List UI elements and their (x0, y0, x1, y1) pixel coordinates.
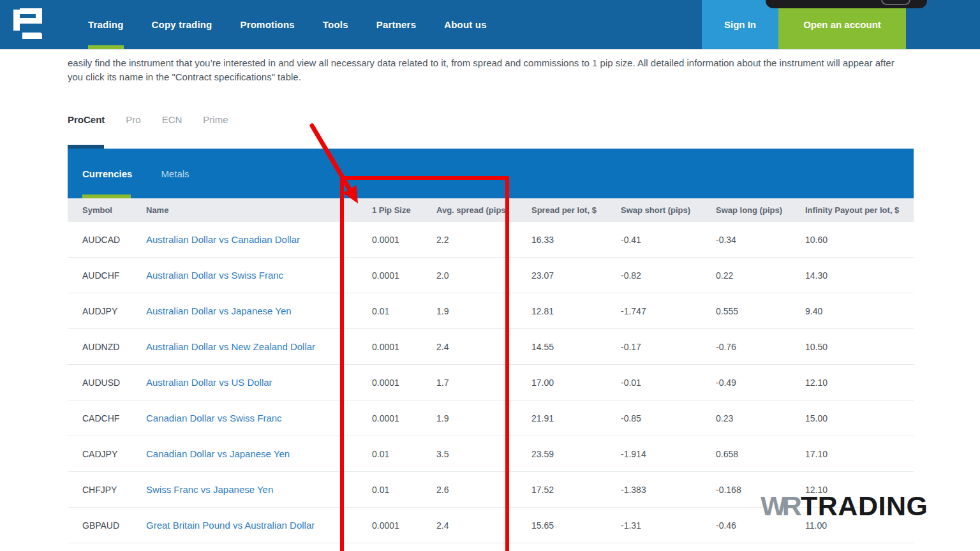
cell: 0.555 (716, 306, 805, 316)
contract-specifications-table: CurrenciesMetals SymbolName1 Pip SizeAvg… (68, 145, 914, 543)
logo-icon (13, 8, 43, 41)
instrument-link[interactable]: Australian Dollar vs Japanese Yen (146, 305, 292, 316)
cell: 2.4 (436, 520, 531, 531)
instrument-link[interactable]: Australian Dollar vs US Dollar (146, 377, 272, 388)
cell: -0.76 (716, 342, 805, 352)
intro-paragraph: easily find the instrument that you’re i… (68, 56, 905, 84)
nav-item-tools[interactable]: Tools (309, 0, 362, 49)
nav-item-promotions[interactable]: Promotions (226, 0, 308, 49)
cell-name: Australian Dollar vs US Dollar (146, 377, 372, 388)
instrument-link[interactable]: Australian Dollar vs New Zealand Dollar (146, 341, 315, 352)
instrument-link[interactable]: Australian Dollar vs Canadian Dollar (146, 234, 300, 245)
overlay-pill-icon (881, 0, 910, 5)
instrument-link[interactable]: Swiss Franc vs Japanese Yen (146, 484, 273, 495)
cell: 3.5 (436, 449, 531, 459)
instrument-tab-currencies[interactable]: Currencies (82, 149, 132, 198)
cell: -0.85 (621, 413, 716, 423)
cell: 0.0001 (372, 520, 436, 531)
cell: 0.01 (372, 485, 436, 495)
instrument-link[interactable]: Canadian Dollar vs Swiss Franc (146, 413, 282, 423)
main-nav: TradingCopy tradingPromotionsToolsPartne… (74, 0, 501, 49)
sign-in-button[interactable]: Sign In (702, 0, 778, 49)
cell: 2.2 (436, 235, 531, 245)
cell: -0.82 (621, 270, 716, 281)
cell: 14.30 (805, 270, 914, 281)
nav-item-copy-trading[interactable]: Copy trading (138, 0, 226, 49)
cell: 2.6 (436, 485, 531, 495)
cell: -0.168 (716, 485, 805, 495)
cell: -0.49 (716, 378, 805, 388)
cell: 2.0 (436, 270, 531, 281)
cell: -1.914 (621, 449, 716, 459)
cell: 23.07 (531, 270, 621, 281)
cell: AUDCHF (82, 270, 146, 281)
nav-spacer (501, 0, 702, 49)
nav-item-trading[interactable]: Trading (74, 0, 138, 49)
table-row: AUDNZDAustralian Dollar vs New Zealand D… (68, 329, 914, 365)
column-header-1-pip-size: 1 Pip Size (372, 205, 436, 215)
instrument-tab-metals[interactable]: Metals (161, 149, 189, 198)
instrument-link[interactable]: Great Britain Pound vs Australian Dollar (146, 520, 315, 531)
table-header-row: SymbolName1 Pip SizeAvg. spread (pips)Sp… (68, 198, 914, 222)
account-tab-procent[interactable]: ProCent (68, 114, 105, 125)
cell: AUDNZD (82, 342, 146, 352)
cell: 17.10 (805, 449, 914, 459)
cell: 11.00 (805, 520, 914, 531)
cell: 0.22 (716, 270, 805, 281)
column-header-spread-per-lot-: Spread per lot, $ (531, 205, 621, 215)
account-tab-ecn[interactable]: ECN (162, 114, 182, 125)
cell: 9.40 (805, 306, 914, 316)
cell: 2.4 (436, 342, 531, 352)
cell: 1.9 (436, 413, 531, 423)
instrument-link[interactable]: Australian Dollar vs Swiss Franc (146, 270, 283, 281)
cell: 15.65 (531, 520, 621, 531)
cell: CADJPY (82, 449, 146, 459)
cell: 0.01 (372, 449, 436, 459)
instrument-link[interactable]: Canadian Dollar vs Japanese Yen (146, 448, 290, 459)
screen-overlay-bar (766, 0, 927, 8)
cell: -0.01 (621, 378, 716, 388)
cell: 15.00 (805, 413, 914, 423)
cell: 0.0001 (372, 235, 436, 245)
nav-item-about-us[interactable]: About us (430, 0, 501, 49)
cell: 17.52 (531, 485, 621, 495)
roboforex-logo[interactable] (0, 0, 56, 49)
cell: 14.55 (531, 342, 621, 352)
cell: -0.17 (621, 342, 716, 352)
account-tab-pro[interactable]: Pro (126, 114, 140, 125)
cell: 21.91 (531, 413, 621, 423)
nav-item-partners[interactable]: Partners (362, 0, 430, 49)
cell: 17.00 (531, 378, 621, 388)
column-header-swap-long-pips-: Swap long (pips) (716, 205, 805, 215)
instrument-tabs: CurrenciesMetals (68, 149, 914, 198)
cell: AUDCAD (82, 235, 146, 245)
cell: AUDUSD (82, 378, 146, 388)
cell: 0.0001 (372, 270, 436, 281)
cell: -1.747 (621, 306, 716, 316)
account-type-tabs: ProCentProECNPrime (68, 114, 914, 125)
cell-name: Australian Dollar vs New Zealand Dollar (146, 341, 372, 352)
cell: 1.9 (436, 306, 531, 316)
cell: 0.23 (716, 413, 805, 423)
cell: 10.50 (805, 342, 914, 352)
cell: 23.59 (531, 449, 621, 459)
cell-name: Canadian Dollar vs Japanese Yen (146, 448, 372, 459)
main-content: easily find the instrument that you’re i… (0, 56, 980, 543)
column-header-infinity-payout-per-lot-: Infinity Payout per lot, $ (805, 205, 914, 215)
cell: 0.658 (716, 449, 805, 459)
column-header-swap-short-pips-: Swap short (pips) (621, 205, 716, 215)
cell: 16.33 (531, 235, 621, 245)
cell: AUDJPY (82, 306, 146, 316)
table-row: AUDUSDAustralian Dollar vs US Dollar0.00… (68, 365, 914, 400)
account-tab-prime[interactable]: Prime (203, 114, 228, 125)
table-row: AUDCADAustralian Dollar vs Canadian Doll… (68, 222, 914, 258)
cell: 12.81 (531, 306, 621, 316)
cell: 12.10 (805, 485, 914, 495)
cell: GBPAUD (82, 520, 146, 531)
table-row: AUDJPYAustralian Dollar vs Japanese Yen0… (68, 293, 914, 329)
cell: -0.41 (621, 235, 716, 245)
cell-name: Australian Dollar vs Swiss Franc (146, 270, 372, 281)
cell: 0.01 (372, 306, 436, 316)
cell: CADCHF (82, 413, 146, 423)
cell: -0.46 (716, 520, 805, 531)
